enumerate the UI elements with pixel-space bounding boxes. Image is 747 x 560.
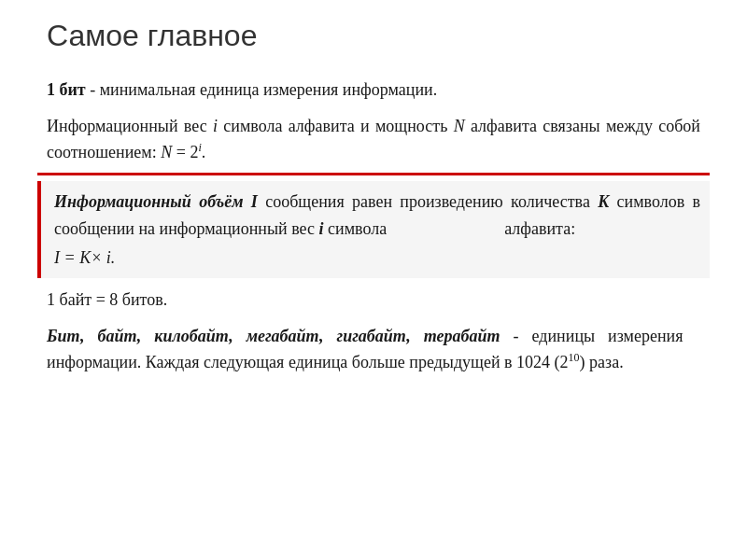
accent-separator: [37, 173, 710, 175]
info-volume-section: Информационный объём I сообщения равен п…: [37, 181, 710, 278]
bit-label: 1 бит - минимальная единица измерения ин…: [47, 80, 437, 99]
bit-text: - минимальная единица измерения информац…: [90, 80, 437, 99]
byte-definition-section: 1 байт = 8 битов.: [37, 282, 710, 318]
N-symbol: N: [454, 117, 465, 135]
bit-definition-section: 1 бит - минимальная единица измерения ин…: [37, 72, 710, 108]
formula-inline: N: [161, 143, 172, 161]
i-symbol-2: i: [319, 219, 324, 238]
formula-i: i: [106, 248, 111, 267]
info-volume-bold-intro: Информационный объём I: [54, 192, 258, 211]
formula-display: I = K× i.: [54, 245, 700, 272]
page: Самое главное 1 бит - минимальная единиц…: [0, 0, 747, 560]
units-text: Бит, байт, килобайт, мегабайт, гигабайт,…: [47, 327, 700, 371]
sup-10: 10: [569, 351, 580, 364]
page-title: Самое главное: [37, 19, 710, 53]
bit-bold: 1 бит: [47, 80, 86, 99]
units-section: Бит, байт, килобайт, мегабайт, гигабайт,…: [37, 318, 710, 381]
K-symbol: K: [598, 192, 609, 211]
info-weight-section: Информационный вес i символа алфавита и …: [37, 108, 710, 171]
info-volume-text: Информационный объём I сообщения равен п…: [54, 192, 700, 238]
info-weight-text: Информационный вес i символа алфавита и …: [47, 117, 700, 161]
units-bold-label: Бит, байт, килобайт, мегабайт, гигабайт,…: [47, 327, 500, 345]
superscript-i: i: [198, 141, 201, 154]
i-symbol: i: [213, 117, 218, 135]
byte-text: 1 байт = 8 битов.: [47, 290, 167, 309]
content-area: 1 бит - минимальная единица измерения ин…: [37, 72, 710, 532]
formula-text: I: [54, 248, 60, 267]
formula-K: K: [79, 248, 91, 267]
